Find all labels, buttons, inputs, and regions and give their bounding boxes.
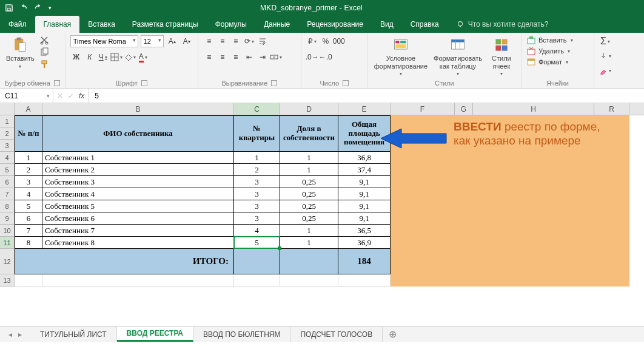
prev-sheet-icon[interactable]: ◂ [8, 330, 12, 339]
fill-handle[interactable] [278, 246, 281, 250]
cell-B11[interactable]: Собственник 8 [42, 237, 234, 249]
align-left-icon[interactable]: ≡ [203, 51, 215, 63]
row-header-1[interactable]: 1 [0, 115, 15, 127]
tab-view[interactable]: Вид [372, 16, 402, 33]
font-size-combo[interactable]: 12 [141, 35, 164, 47]
col-header-C[interactable]: C [234, 103, 280, 115]
percent-format-icon[interactable]: % [320, 35, 332, 47]
cell-R5[interactable] [594, 164, 629, 176]
cell-E10[interactable]: 36,5 [338, 225, 391, 237]
cell-H8[interactable] [473, 200, 594, 212]
cell-R10[interactable] [594, 225, 629, 237]
cell-H5[interactable] [473, 164, 594, 176]
cell-B4[interactable]: Собственник 1 [42, 152, 234, 164]
alignment-dialog-icon[interactable] [271, 80, 277, 86]
cell-C8[interactable]: 3 [234, 200, 280, 212]
col-header-B[interactable]: B [42, 103, 234, 115]
tab-data[interactable]: Данные [255, 16, 298, 33]
select-all-corner[interactable] [0, 103, 15, 115]
accounting-format-icon[interactable]: ₽▾ [306, 35, 318, 47]
cell-H11[interactable] [473, 237, 594, 249]
row-header-9[interactable]: 9 [0, 212, 15, 225]
worksheet-grid[interactable]: A B C D E F G H R 1 2 3 № п/п ФИО собств… [0, 103, 644, 326]
fill-color-button[interactable]: ▾ [124, 51, 136, 63]
col-header-G[interactable]: G [455, 103, 473, 115]
cell-F12[interactable] [391, 249, 455, 274]
tab-home[interactable]: Главная [35, 16, 80, 33]
formula-input[interactable]: 5 [89, 92, 644, 100]
format-as-table-button[interactable]: Форматировать как таблицу▾ [432, 35, 483, 76]
increase-indent-icon[interactable]: ⇥ [257, 51, 269, 63]
row-header-10[interactable]: 10 [0, 225, 15, 237]
col-header-F[interactable]: F [391, 103, 455, 115]
cell-C4[interactable]: 1 [234, 152, 280, 164]
cell-F9[interactable] [391, 212, 455, 225]
font-color-button[interactable]: А▾ [137, 51, 149, 63]
cell-G4[interactable] [455, 152, 473, 164]
cell-E11[interactable]: 36,9 [338, 237, 391, 249]
cell-B7[interactable]: Собственник 4 [42, 188, 234, 200]
cell-B8[interactable]: Собственник 5 [42, 200, 234, 212]
orientation-icon[interactable]: ⟳▾ [243, 35, 255, 47]
cell-C9[interactable]: 3 [234, 212, 280, 225]
cell-R4[interactable] [594, 152, 629, 164]
col-header-R[interactable]: R [594, 103, 629, 115]
borders-button[interactable]: ▾ [110, 51, 122, 63]
cell-F8[interactable] [391, 200, 455, 212]
cell-A4[interactable]: 1 [15, 152, 42, 164]
cell-G6[interactable] [455, 176, 473, 188]
cell-R12[interactable] [594, 249, 629, 274]
sheet-tab-registry[interactable]: ВВОД РЕЕСТРА [117, 327, 193, 342]
paste-button[interactable]: Вставить▾ [5, 35, 36, 69]
cell-B6[interactable]: Собственник 3 [42, 176, 234, 188]
align-center-icon[interactable]: ≡ [216, 51, 229, 63]
tab-help[interactable]: Справка [402, 16, 448, 33]
font-name-combo[interactable]: Times New Roma [70, 35, 138, 47]
cell-E9[interactable]: 9,1 [338, 212, 391, 225]
cell-E5[interactable]: 37,4 [338, 164, 391, 176]
row-header-6[interactable]: 6 [0, 176, 15, 188]
cell-H7[interactable] [473, 188, 594, 200]
cell-H6[interactable] [473, 176, 594, 188]
cell-B10[interactable]: Собственник 7 [42, 225, 234, 237]
cell-H13[interactable] [473, 274, 594, 287]
new-sheet-button[interactable]: ⊕ [383, 328, 403, 340]
merge-center-icon[interactable]: ▾ [270, 51, 282, 63]
row-header-4[interactable]: 4 [0, 152, 15, 164]
cell-F10[interactable] [391, 225, 455, 237]
cell-G8[interactable] [455, 200, 473, 212]
cell-A13[interactable] [15, 274, 42, 287]
cell-B5[interactable]: Собственник 2 [42, 164, 234, 176]
cell-C11[interactable]: 5 [234, 237, 280, 249]
clipboard-dialog-icon[interactable] [54, 80, 60, 86]
cell-R9[interactable] [594, 212, 629, 225]
cell-A10[interactable]: 7 [15, 225, 42, 237]
cell-styles-button[interactable]: Стили ячеек▾ [487, 35, 516, 76]
row-header-2[interactable]: 2 [0, 127, 15, 140]
underline-button[interactable]: Ч▾ [97, 51, 109, 63]
row-header-12[interactable]: 12 [0, 249, 15, 274]
cell-B9[interactable]: Собственник 6 [42, 212, 234, 225]
cell-R8[interactable] [594, 200, 629, 212]
cell-D6[interactable]: 0,25 [280, 176, 338, 188]
cell-R6[interactable] [594, 176, 629, 188]
cell-G10[interactable] [455, 225, 473, 237]
cell-D11[interactable]: 1 [280, 237, 338, 249]
fill-icon[interactable]: ▾ [599, 50, 611, 62]
cell-G5[interactable] [455, 164, 473, 176]
increase-decimal-icon[interactable]: .0→ [306, 51, 318, 63]
delete-cells-button[interactable]: Удалить▾ [526, 46, 573, 56]
bold-button[interactable]: Ж [70, 51, 82, 63]
font-dialog-icon[interactable] [141, 80, 147, 86]
undo-icon[interactable] [19, 4, 28, 12]
align-top-icon[interactable]: ≡ [203, 35, 215, 47]
cell-G7[interactable] [455, 188, 473, 200]
cell-D9[interactable]: 0,25 [280, 212, 338, 225]
cell-F4[interactable] [391, 152, 455, 164]
cell-F13[interactable] [391, 274, 455, 287]
row-header-11[interactable]: 11 [0, 237, 15, 249]
name-box[interactable]: C11 [0, 89, 53, 103]
cell-R11[interactable] [594, 237, 629, 249]
enter-formula-icon[interactable]: ✓ [68, 92, 74, 100]
cell-E4[interactable]: 36,8 [338, 152, 391, 164]
